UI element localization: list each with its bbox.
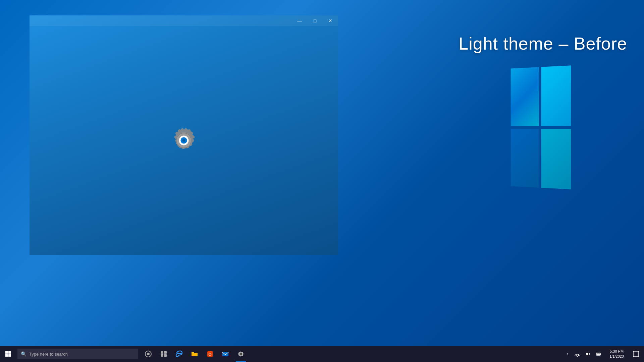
search-bar[interactable]: 🔍 Type here to search: [17, 349, 138, 359]
title-bar: — □ ✕: [30, 15, 338, 26]
svg-rect-8: [164, 351, 167, 354]
start-button[interactable]: [0, 346, 16, 362]
svg-point-4: [182, 139, 185, 142]
svg-text:O: O: [208, 352, 211, 357]
settings-window: — □ ✕: [30, 15, 338, 255]
win-tile-4: [541, 129, 571, 189]
tray-icons: [572, 346, 604, 362]
system-tray: ∧: [564, 346, 644, 362]
svg-rect-9: [161, 354, 163, 357]
notification-center-button[interactable]: [629, 346, 643, 362]
settings-taskbar-button[interactable]: [233, 346, 248, 362]
svg-point-15: [240, 353, 242, 355]
task-view-button[interactable]: [156, 346, 171, 362]
svg-point-16: [577, 356, 578, 357]
taskbar: 🔍 Type here to search: [0, 346, 644, 362]
svg-rect-7: [161, 351, 163, 354]
maximize-button[interactable]: □: [307, 15, 323, 26]
clock[interactable]: 5:30 PM 1/1/2020: [605, 346, 628, 362]
minimize-button[interactable]: —: [292, 15, 307, 26]
time-display: 5:30 PM: [610, 349, 624, 354]
search-icon: 🔍: [21, 351, 26, 357]
svg-rect-18: [600, 354, 601, 355]
win-tile-2: [541, 65, 571, 126]
file-explorer-button[interactable]: [187, 346, 202, 362]
annotation-label: Light theme – Before: [459, 34, 627, 54]
tray-overflow-button[interactable]: ∧: [564, 346, 571, 362]
window-content: [30, 26, 338, 255]
office-button[interactable]: O: [203, 346, 217, 362]
svg-rect-19: [597, 354, 600, 355]
search-placeholder: Type here to search: [29, 352, 68, 357]
battery-icon[interactable]: [593, 346, 604, 362]
cortana-button[interactable]: [141, 346, 156, 362]
svg-rect-11: [192, 353, 198, 356]
desktop: Light theme – Before — □ ✕: [0, 0, 644, 362]
volume-icon[interactable]: [583, 346, 593, 362]
svg-rect-14: [222, 352, 228, 356]
svg-rect-10: [164, 354, 167, 357]
win-tile-1: [511, 67, 539, 126]
date-display: 1/1/2020: [609, 354, 624, 359]
close-button[interactable]: ✕: [323, 15, 338, 26]
svg-rect-20: [633, 351, 639, 357]
windows-logo-decoration: [510, 67, 577, 194]
mail-button[interactable]: [218, 346, 233, 362]
edge-button[interactable]: [172, 346, 186, 362]
svg-point-6: [147, 353, 150, 355]
taskbar-icons: O: [141, 346, 248, 362]
settings-gear-icon: [170, 127, 197, 154]
network-icon[interactable]: [572, 346, 583, 362]
win-tile-3: [511, 129, 539, 188]
start-icon: [5, 351, 11, 357]
